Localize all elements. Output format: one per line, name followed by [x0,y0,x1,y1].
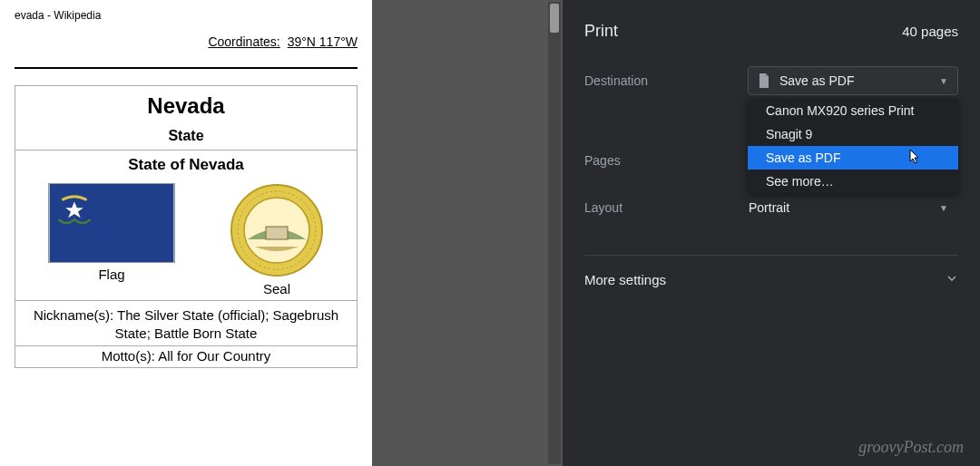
layout-select[interactable]: Portrait ▼ [748,193,958,222]
nevada-seal-icon [230,183,324,277]
destination-selected-value: Save as PDF [779,73,854,88]
seal-cell: Seal [230,183,324,300]
pages-label: Pages [584,153,748,168]
page-count: 40 pages [902,24,958,39]
panel-title: Print [584,22,618,41]
preview-scrollbar[interactable] [548,2,561,464]
destination-option-snagit[interactable]: Snagit 9 [748,122,958,146]
destination-select[interactable]: Save as PDF ▼ [748,66,958,95]
cursor-icon [909,149,922,165]
nicknames-text: Nickname(s): The Silver State (official)… [15,301,357,345]
seal-label: Seal [263,277,290,300]
flag-cell: Flag [48,183,175,300]
print-preview-area: evada - Wikipedia Coordinates: 39°N 117°… [0,0,563,466]
svg-rect-4 [266,227,288,239]
flag-label: Flag [98,263,124,286]
infobox-fullname: State of Nevada [15,150,357,183]
coordinates-value: 39°N 117°W [288,34,358,49]
scroll-thumb[interactable] [550,4,559,33]
page-header-title: evada - Wikipedia [15,9,358,27]
infobox-subtitle: State [15,122,357,150]
infobox-title: Nevada [15,86,357,122]
destination-option-canon[interactable]: Canon MX920 series Print [748,99,958,122]
chevron-down-icon [946,272,958,287]
chevron-down-icon: ▼ [939,203,948,213]
divider [15,67,358,69]
document-icon [758,73,770,88]
more-settings-label: More settings [584,272,666,287]
destination-row: Destination Save as PDF ▼ Canon MX920 se… [584,66,958,95]
print-settings-panel: Print 40 pages Destination Save as PDF ▼… [563,0,980,466]
layout-row: Layout Portrait ▼ [584,193,958,222]
destination-option-save-as-pdf-label: Save as PDF [766,150,840,165]
more-settings-toggle[interactable]: More settings [584,255,958,287]
nevada-flag-icon [48,183,175,263]
chevron-down-icon: ▼ [939,76,948,86]
motto-text: Motto(s): All for Our Country [15,346,357,367]
layout-label: Layout [584,200,748,215]
coordinates-line: Coordinates: 39°N 117°W [15,34,358,49]
layout-selected-value: Portrait [749,200,789,215]
destination-option-save-as-pdf[interactable]: Save as PDF [748,146,958,170]
coordinates-label: Coordinates: [208,34,279,49]
watermark: groovyPost.com [858,438,964,457]
destination-dropdown: Canon MX920 series Print Snagit 9 Save a… [748,99,958,193]
infobox: Nevada State State of Nevada Flag [15,85,358,368]
destination-label: Destination [584,73,748,88]
destination-option-see-more[interactable]: See more… [748,170,958,193]
preview-page: evada - Wikipedia Coordinates: 39°N 117°… [0,0,372,466]
